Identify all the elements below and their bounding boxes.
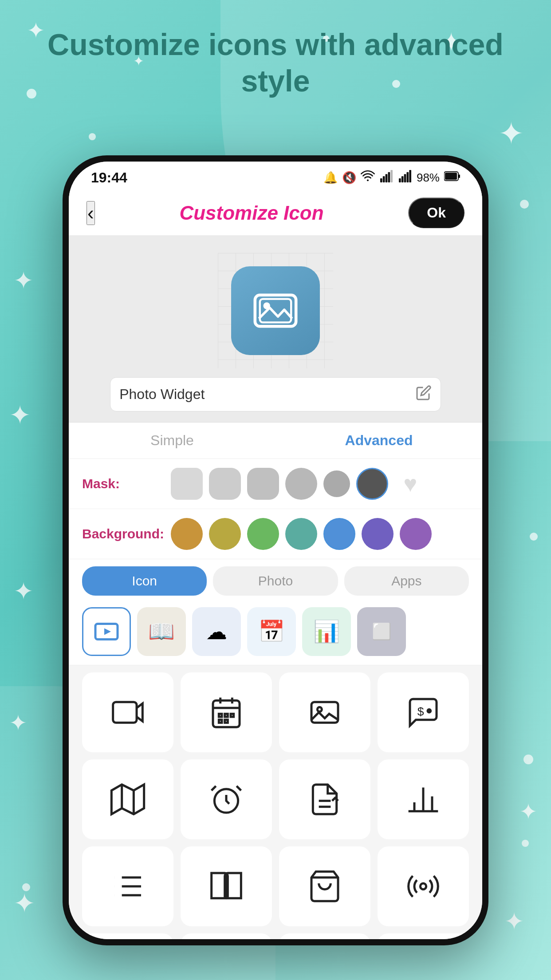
header-title: Customize Icon	[179, 202, 323, 224]
dot-6	[530, 533, 538, 541]
icon-cell-tv[interactable]	[82, 933, 173, 939]
bg-color-olive[interactable]	[209, 518, 241, 550]
icon-cell-wallet[interactable]	[378, 933, 469, 939]
icon-strip: 📖 ☁ 📅 📊 ⬜	[69, 603, 482, 665]
dot-7	[523, 755, 533, 764]
mask-option-square[interactable]	[171, 468, 203, 500]
mute-icon: 🔇	[342, 171, 356, 185]
sparkle-11: ✦	[519, 799, 538, 825]
page-headline: Customize icons with advanced style	[0, 27, 551, 99]
content-tab-photo[interactable]: Photo	[213, 566, 338, 596]
customize-area: Mask: ♥ Background:	[69, 459, 482, 939]
icon-cell-chart[interactable]	[378, 759, 469, 839]
bg-color-green[interactable]	[247, 518, 279, 550]
dot-5	[520, 200, 529, 209]
bg-color-violet[interactable]	[400, 518, 432, 550]
mask-option-heart[interactable]: ♥	[394, 468, 426, 500]
mask-options: ♥	[171, 468, 469, 500]
bg-color-teal[interactable]	[285, 518, 317, 550]
mask-option-roundrect[interactable]	[247, 468, 279, 500]
svg-rect-28	[225, 720, 228, 723]
svg-rect-13	[459, 174, 460, 178]
icon-strip-item-3[interactable]: 📅	[247, 607, 296, 656]
svg-point-30	[317, 707, 322, 711]
signal-icon-2	[398, 170, 412, 186]
icon-cell-photo[interactable]	[279, 672, 370, 752]
background-row: Background:	[69, 509, 482, 559]
svg-marker-33	[111, 785, 144, 814]
svg-marker-18	[104, 628, 111, 635]
battery-percentage: 98%	[417, 171, 440, 185]
bg-color-brown[interactable]	[171, 518, 203, 550]
app-name-text: Photo Widget	[119, 386, 416, 403]
svg-rect-27	[219, 720, 222, 723]
style-tab-row: Simple Advanced	[69, 423, 482, 459]
phone-frame: 19:44 🔔 🔇	[63, 155, 488, 945]
svg-point-53	[420, 883, 426, 889]
mask-row: Mask: ♥	[69, 459, 482, 509]
dot-2	[89, 133, 96, 140]
svg-rect-7	[401, 176, 404, 182]
icon-cell-calendar[interactable]	[181, 672, 272, 752]
content-tab-icon[interactable]: Icon	[82, 566, 207, 596]
mask-label: Mask:	[82, 476, 171, 491]
icon-cell-shop[interactable]	[279, 846, 370, 926]
icon-strip-item-2[interactable]: ☁	[192, 607, 241, 656]
edit-icon	[416, 385, 432, 404]
content-tab-apps[interactable]: Apps	[344, 566, 469, 596]
sparkle-5: ✦	[13, 266, 34, 295]
content-type-tabs: Icon Photo Apps	[69, 559, 482, 603]
mask-option-circle-sm[interactable]	[323, 470, 350, 497]
status-icons: 🔔 🔇	[323, 170, 460, 186]
icon-cell-alarm[interactable]	[181, 759, 272, 839]
back-icon: ‹	[87, 202, 94, 224]
svg-point-0	[367, 179, 369, 181]
svg-point-31	[428, 709, 431, 712]
icon-cell-chat[interactable]: $	[378, 672, 469, 752]
signal-icon	[379, 170, 394, 186]
alarm-icon: 🔔	[323, 171, 338, 185]
app-name-row[interactable]: Photo Widget	[110, 377, 441, 411]
svg-rect-26	[231, 714, 234, 717]
svg-rect-10	[409, 170, 411, 182]
tab-advanced[interactable]: Advanced	[276, 423, 482, 458]
icon-cell-bookmark[interactable]	[181, 933, 272, 939]
sparkle-8: ✦	[9, 710, 28, 736]
sparkle-7: ✦	[13, 577, 34, 605]
sparkle-10: ✦	[504, 907, 524, 936]
background-label: Background:	[82, 526, 171, 541]
mask-option-dark-selected[interactable]	[356, 468, 388, 500]
svg-text:$: $	[417, 705, 424, 718]
icon-cell-video[interactable]	[82, 672, 173, 752]
bg-color-purple[interactable]	[362, 518, 394, 550]
preview-area: Photo Widget	[69, 235, 482, 423]
mask-option-circle-lg[interactable]	[285, 468, 317, 500]
wifi-icon	[361, 170, 375, 186]
icon-cell-list[interactable]	[82, 846, 173, 926]
icon-strip-item-1[interactable]: 📖	[137, 607, 186, 656]
tab-simple[interactable]: Simple	[69, 423, 276, 458]
icon-strip-item-0[interactable]	[82, 607, 131, 656]
dot-9	[22, 883, 30, 891]
battery-icon	[444, 171, 460, 185]
icon-cell-book[interactable]	[181, 846, 272, 926]
svg-rect-6	[399, 178, 401, 182]
mask-option-squircle[interactable]	[209, 468, 241, 500]
back-button[interactable]: ‹	[87, 201, 95, 225]
icon-cell-notes[interactable]	[279, 759, 370, 839]
dot-8	[522, 840, 529, 847]
status-bar: 19:44 🔔 🔇	[69, 162, 482, 190]
svg-rect-4	[388, 172, 390, 182]
icon-strip-item-5[interactable]: ⬜	[357, 607, 406, 656]
icon-strip-item-4[interactable]: 📊	[302, 607, 351, 656]
svg-rect-19	[113, 702, 137, 723]
icon-preview-container	[218, 253, 333, 368]
icon-cell-podcast[interactable]	[378, 846, 469, 926]
icon-cell-home[interactable]	[279, 933, 370, 939]
icon-cell-map[interactable]	[82, 759, 173, 839]
header-bar: ‹ Customize Icon Ok	[69, 190, 482, 235]
svg-rect-8	[404, 174, 406, 182]
bg-color-blue-selected[interactable]	[323, 518, 355, 550]
ok-button[interactable]: Ok	[408, 198, 464, 228]
svg-rect-5	[390, 170, 393, 182]
